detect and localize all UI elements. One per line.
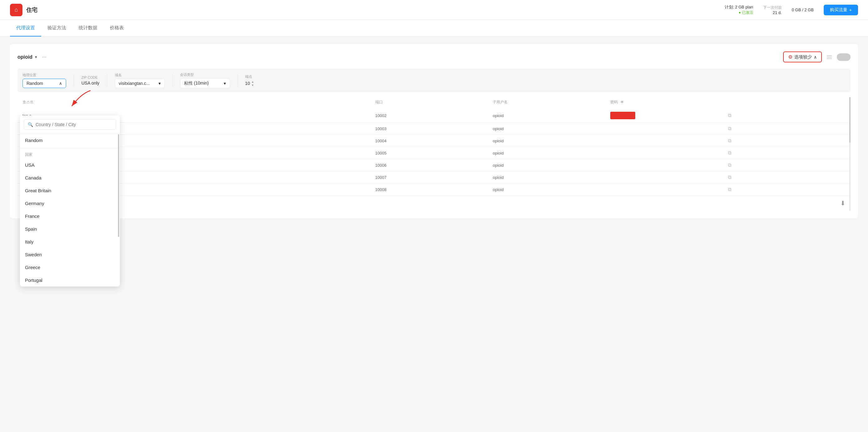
filter-session-label: 会话类型 <box>180 72 230 77</box>
plan-title: 计划: 2 GB plan <box>725 4 753 10</box>
header: ⌂ 住宅 计划: 2 GB plan 已激活 下一次付款 21 d. 0 GB … <box>0 0 868 20</box>
main-content: opioid ▾ ··· ⚙ 选项较少 ∧ <box>0 36 868 226</box>
copy-button[interactable]: ⧉ <box>728 187 731 192</box>
dropdown-scrollbar <box>118 134 119 226</box>
filter-geo-select[interactable]: Random ∧ <box>23 79 66 88</box>
traffic-info: 0 GB / 2 GB <box>792 7 814 12</box>
th-host: 호스트 <box>23 99 375 105</box>
columns-icon[interactable] <box>827 55 832 59</box>
td-copy-action: ⧉ <box>728 113 845 118</box>
filter-domain-label: 域名 <box>115 73 165 78</box>
filter-divider-3 <box>172 74 173 87</box>
buy-traffic-button[interactable]: 购买流量 + <box>824 5 858 15</box>
table-row: tan.c... 10008 opioid ⧉ <box>18 184 850 196</box>
table-area: 호스트 端口 子用户名 密码 👁 tan.c... 10002 opioid ⧉… <box>18 97 850 211</box>
chevron-up-icon: ∧ <box>814 55 817 60</box>
search-input[interactable] <box>36 122 112 127</box>
dropdown-item-country-0[interactable]: USA <box>20 159 120 172</box>
filter-domain-select[interactable]: visitxiangtan.c... ▾ <box>115 79 165 88</box>
scrollbar-track <box>849 97 850 211</box>
geo-dropdown: 🔍 Random 国家 USACanadaGreat BritainGerman… <box>20 116 120 226</box>
filter-session-value: 粘性 (10min) <box>184 81 209 86</box>
dropdown-divider <box>20 148 120 148</box>
td-port: 10002 <box>375 113 493 118</box>
profile-name: opioid ▾ <box>18 54 37 60</box>
td-copy-action: ⧉ <box>728 162 845 168</box>
copy-button[interactable]: ⧉ <box>728 175 731 180</box>
td-port: 10007 <box>375 175 493 180</box>
search-input-wrap: 🔍 <box>24 119 116 130</box>
download-button[interactable]: ⬇ <box>840 199 845 207</box>
nav-item-stats[interactable]: 统计数据 <box>72 20 103 36</box>
td-copy-action: ⧉ <box>728 150 845 156</box>
search-icon: 🔍 <box>28 122 33 127</box>
filter-domain-group: 域名 visitxiangtan.c... ▾ <box>115 73 165 88</box>
header-right: 计划: 2 GB plan 已激活 下一次付款 21 d. 0 GB / 2 G… <box>725 4 858 15</box>
logo-icon: ⌂ <box>10 4 23 16</box>
td-port: 10006 <box>375 163 493 167</box>
filter-session-chevron-icon: ▾ <box>224 81 226 86</box>
dropdown-item-random[interactable]: Random <box>20 134 120 147</box>
td-username: opioid <box>493 126 610 131</box>
th-username: 子用户名 <box>493 99 610 105</box>
filter-geo-group: 地理位置 Random ∧ <box>23 73 66 88</box>
copy-button[interactable]: ⧉ <box>728 150 731 156</box>
nav-item-pricing[interactable]: 价格表 <box>103 20 130 36</box>
dropdown-item-country-5[interactable]: Spain <box>20 222 120 226</box>
dropdown-search-area: 🔍 <box>20 116 120 134</box>
table-header: 호스트 端口 子用户名 密码 👁 <box>18 97 850 107</box>
next-payment-label: 下一次付款 <box>763 5 782 10</box>
filter-zip-value: USA only <box>82 81 99 86</box>
filter-geo-value: Random <box>27 81 43 86</box>
profile-name-label: opioid <box>18 54 32 60</box>
nav-item-auth[interactable]: 验证方法 <box>41 20 72 36</box>
filter-session-select[interactable]: 粘性 (10min) ▾ <box>180 79 230 88</box>
td-port: 10005 <box>375 151 493 155</box>
filter-divider-2 <box>107 74 107 87</box>
copy-button[interactable]: ⧉ <box>728 138 731 144</box>
next-payment-value: 21 d. <box>763 10 782 15</box>
td-username: opioid <box>493 151 610 155</box>
less-options-button[interactable]: ⚙ 选项较少 ∧ <box>783 52 822 62</box>
filter-divider-4 <box>238 74 238 87</box>
profile-chevron-icon[interactable]: ▾ <box>35 55 37 59</box>
filter-bar: 地理位置 Random ∧ ZIP CODE USA only 域名 visit… <box>18 69 850 92</box>
copy-button[interactable]: ⧉ <box>728 126 731 131</box>
td-username: opioid <box>493 175 610 180</box>
password-visibility-toggle[interactable]: 👁 <box>620 100 624 104</box>
gear-icon: ⚙ <box>788 54 793 60</box>
table-row: tan.c... 10003 opioid ⧉ <box>18 123 850 135</box>
filter-zip-label: ZIP CODE <box>82 75 99 79</box>
proxy-card: opioid ▾ ··· ⚙ 选项较少 ∧ <box>10 44 858 218</box>
td-port: 10003 <box>375 126 493 131</box>
proxy-toggle[interactable] <box>837 53 850 61</box>
nav: 代理设置 验证方法 统计数据 价格表 <box>0 20 868 36</box>
copy-button[interactable]: ⧉ <box>728 162 731 168</box>
nodes-stepper[interactable]: ▲ ▼ <box>251 80 254 87</box>
table-footer: 端点: 10 ⬇ <box>18 196 850 211</box>
th-port: 端口 <box>375 99 493 105</box>
more-options-button[interactable]: ··· <box>42 54 46 60</box>
copy-button[interactable]: ⧉ <box>728 113 731 118</box>
dropdown-item-country-1[interactable]: Canada <box>20 172 120 184</box>
toggle-area <box>827 53 850 61</box>
options-btn-label: 选项较少 <box>794 54 812 60</box>
table-rows: tan.c... 10002 opioid ⧉ tan.c... 10003 o… <box>18 109 850 196</box>
filter-zip-group: ZIP CODE USA only <box>82 75 99 86</box>
header-left: ⌂ 住宅 <box>10 4 37 16</box>
filter-domain-chevron-icon: ▾ <box>158 81 161 86</box>
next-payment: 下一次付款 21 d. <box>763 5 782 15</box>
plan-info: 计划: 2 GB plan 已激活 <box>725 4 753 15</box>
table-row: tan.c... 10002 opioid ⧉ <box>18 109 850 123</box>
table-row: tan.c... 10006 opioid ⧉ <box>18 159 850 172</box>
filter-nodes-label: 端点 <box>245 74 254 79</box>
scrollbar-thumb <box>849 97 850 143</box>
dropdown-item-country-2[interactable]: Great Britain <box>20 184 120 197</box>
dropdown-item-country-3[interactable]: Germany <box>20 197 120 210</box>
td-copy-action: ⧉ <box>728 175 845 180</box>
td-username: opioid <box>493 113 610 118</box>
dropdown-item-country-4[interactable]: France <box>20 210 120 222</box>
nav-item-proxy[interactable]: 代理设置 <box>10 20 41 36</box>
td-port: 10004 <box>375 138 493 143</box>
filter-geo-label: 地理位置 <box>23 73 66 78</box>
